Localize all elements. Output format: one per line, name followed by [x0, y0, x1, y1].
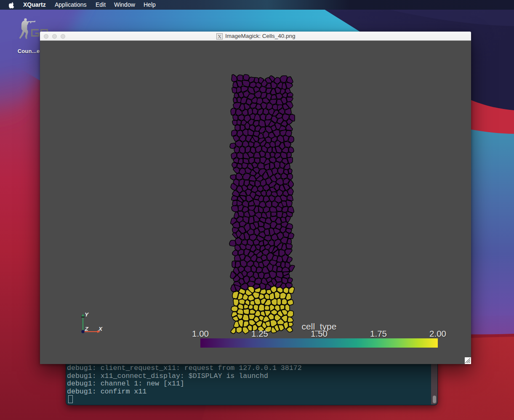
svg-text:Z: Z — [85, 326, 89, 332]
svg-text:Y: Y — [85, 311, 89, 318]
svg-text:X: X — [98, 326, 103, 332]
